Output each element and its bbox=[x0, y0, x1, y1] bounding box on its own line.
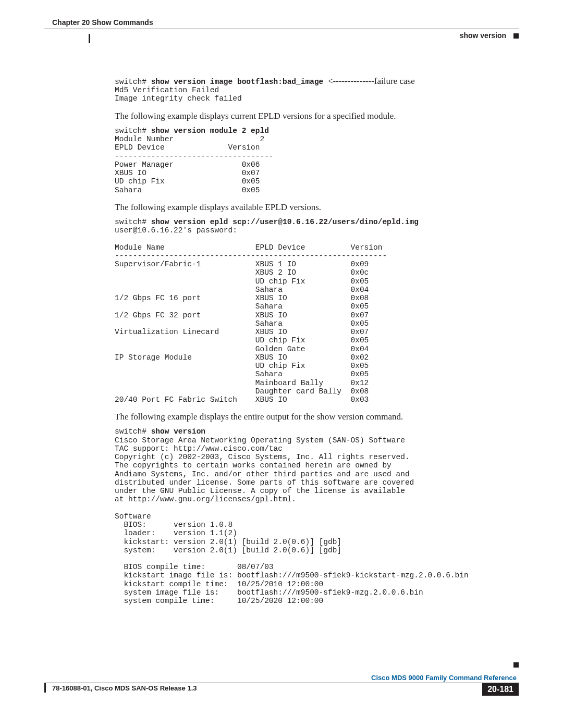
document-id: 78-16088-01, Cisco MDS SAN-OS Release 1.… bbox=[52, 684, 197, 692]
prompt: switch# bbox=[115, 218, 151, 226]
code-block-1: switch# show version image bootflash:bad… bbox=[115, 76, 516, 103]
prompt: switch# bbox=[115, 78, 151, 86]
page-header: Chapter 20 Show Commands show version bbox=[44, 18, 519, 47]
footer-reference: Cisco MDS 9000 Family Command Reference bbox=[44, 674, 519, 682]
footer-bottom-row: 78-16088-01, Cisco MDS SAN-OS Release 1.… bbox=[44, 684, 519, 698]
code-block-4: switch# show version Cisco Storage Area … bbox=[115, 427, 516, 605]
chapter-title: Chapter 20 Show Commands bbox=[44, 18, 519, 27]
footer-divider bbox=[44, 683, 519, 683]
page: Chapter 20 Show Commands show version sw… bbox=[0, 0, 563, 728]
paragraph-3: The following example displays the entir… bbox=[115, 411, 516, 422]
command: show version bbox=[151, 427, 205, 436]
code-block-2: switch# show version module 2 epld Modul… bbox=[115, 127, 516, 194]
footer-rule-icon bbox=[44, 683, 46, 693]
header-rule-icon bbox=[89, 34, 90, 43]
section-title: show version bbox=[460, 31, 506, 40]
command: show version module 2 epld bbox=[151, 127, 269, 135]
prompt: switch# bbox=[115, 127, 151, 135]
section-title-row: show version bbox=[44, 31, 519, 40]
page-content: switch# show version image bootflash:bad… bbox=[115, 76, 516, 605]
output: Md5 Verification Failed Image integrity … bbox=[115, 86, 242, 103]
marker-icon bbox=[513, 662, 519, 668]
paragraph-2: The following example displays available… bbox=[115, 202, 516, 213]
prompt: switch# bbox=[115, 427, 151, 436]
header-divider bbox=[44, 29, 519, 29]
command: show version image bootflash:bad_image bbox=[151, 78, 328, 86]
command: show version epld scp://user@10.6.16.22/… bbox=[151, 218, 419, 226]
output: Module Number 2 EPLD Device Version ----… bbox=[115, 135, 274, 194]
code-block-3: switch# show version epld scp://user@10.… bbox=[115, 218, 516, 404]
paragraph-1: The following example displays current E… bbox=[115, 110, 516, 121]
page-footer: Cisco MDS 9000 Family Command Reference … bbox=[44, 674, 519, 698]
marker-icon bbox=[513, 33, 519, 39]
output: Cisco Storage Area Networking Operating … bbox=[115, 436, 469, 605]
output: user@10.6.16.22's password: Module Name … bbox=[115, 226, 387, 404]
page-number: 20-181 bbox=[482, 683, 519, 696]
failure-note: <--------------failure case bbox=[328, 76, 415, 86]
